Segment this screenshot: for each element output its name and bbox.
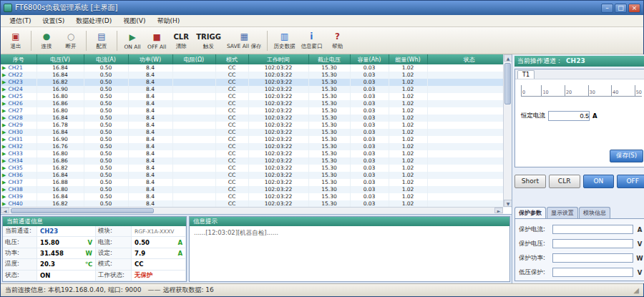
short-button[interactable]: Short bbox=[514, 175, 546, 188]
toolbar-off-all-button[interactable]: ■OFF All bbox=[145, 29, 169, 53]
clr-button[interactable]: CLR bbox=[549, 175, 580, 188]
undervoltage-protect-input[interactable] bbox=[552, 268, 633, 277]
toolbar-config-button[interactable]: ▤配置 bbox=[89, 29, 114, 53]
off-button[interactable]: OFF bbox=[617, 175, 644, 188]
column-header[interactable]: 电压(V) bbox=[36, 54, 84, 64]
column-header[interactable]: 电阻(Ω) bbox=[172, 54, 215, 64]
value-cell: 1.02 bbox=[389, 172, 427, 179]
table-row[interactable]: ▶CH2116.840.508.4CC102:03:2215.300.031.0… bbox=[1, 64, 512, 72]
toolbar-save-all-button[interactable]: ▦SAVE All 保存 bbox=[224, 29, 265, 53]
current-channel-info-panel: 当前通道信息 当前通道:CH23模块:RGF-X1A-XXXV电压:15.80V… bbox=[2, 216, 187, 282]
toolbar-clr-button[interactable]: CLR清除 bbox=[169, 29, 193, 53]
column-header[interactable]: 工作时间 bbox=[248, 54, 308, 64]
scroll-up-icon[interactable]: ▲ bbox=[504, 54, 512, 62]
menu-item-help[interactable]: 帮助(H) bbox=[151, 16, 185, 26]
resize-grip-icon[interactable]: ◢ bbox=[633, 286, 639, 294]
menu-item-view[interactable]: 视图(V) bbox=[117, 16, 151, 26]
tab-module[interactable]: 模块信息 bbox=[579, 207, 610, 218]
vertical-scrollbar[interactable]: ▲ ▼ bbox=[503, 54, 512, 207]
tab-display[interactable]: 显示设置 bbox=[547, 207, 578, 218]
on-button[interactable]: ON bbox=[583, 175, 615, 188]
table-row[interactable]: ▶CH2616.860.508.4CC102:03:2215.300.031.0… bbox=[1, 100, 512, 107]
toolbar-history-button[interactable]: ▥历史数据 bbox=[270, 29, 298, 53]
table-row[interactable]: ▶CH2416.900.508.4CC102:03:2215.300.031.0… bbox=[1, 86, 512, 93]
table-row[interactable]: ▶CH2916.780.508.4CC102:03:2215.300.031.0… bbox=[1, 122, 512, 129]
value-cell: 0.50 bbox=[84, 86, 128, 93]
mode-tab-t1[interactable]: T1 bbox=[517, 70, 535, 79]
horizontal-scrollbar[interactable]: ◄ ► bbox=[1, 207, 503, 214]
play-icon: ▶ bbox=[2, 187, 6, 193]
toolbar-connect-button[interactable]: ●连接 bbox=[34, 29, 59, 53]
table-row[interactable]: ▶CH3416.860.508.4CC102:03:2215.300.031.0… bbox=[1, 157, 512, 165]
table-row[interactable]: ▶CH2716.800.508.4CC102:03:2215.300.031.0… bbox=[1, 107, 512, 115]
value-cell: 0.50 bbox=[84, 93, 128, 100]
column-header[interactable]: 容量(Ah) bbox=[350, 54, 389, 64]
mode-save-button[interactable]: 保存(S) bbox=[610, 150, 643, 162]
table-row[interactable]: ▶CH3016.840.508.4CC102:03:2215.300.031.0… bbox=[1, 129, 512, 136]
value-cell: 16.86 bbox=[36, 157, 84, 165]
constant-current-input[interactable] bbox=[548, 111, 590, 121]
toolbar-exit-button[interactable]: ▣退出 bbox=[4, 29, 28, 53]
maximize-button[interactable]: □ bbox=[615, 4, 627, 13]
toolbar-trigg-button[interactable]: TRIGG触发 bbox=[193, 29, 224, 53]
table-row[interactable]: ▶CH2816.840.508.4CC102:03:2215.300.031.0… bbox=[1, 115, 512, 122]
value-cell: 16.82 bbox=[36, 79, 84, 86]
value-cell: 0.03 bbox=[350, 86, 389, 93]
scroll-left-icon[interactable]: ◄ bbox=[1, 208, 9, 213]
table-row[interactable]: ▶CH3316.800.508.4CC102:03:2215.300.031.0… bbox=[1, 150, 512, 157]
table-row[interactable]: ▶CH2516.800.508.4CC102:03:2215.300.031.0… bbox=[1, 93, 512, 100]
channel-id: CH31 bbox=[8, 136, 22, 142]
column-header[interactable]: 电流(A) bbox=[84, 54, 128, 64]
protect-current-input[interactable] bbox=[552, 225, 633, 234]
table-row[interactable]: ▶CH3716.880.508.4CC102:03:2215.300.031.0… bbox=[1, 179, 512, 186]
toolbar-info-window-button[interactable]: i信息窗口 bbox=[298, 29, 325, 53]
info-label: 温度: bbox=[3, 259, 37, 270]
column-header[interactable]: 功率(W) bbox=[128, 54, 172, 64]
info-label: 电流: bbox=[96, 237, 132, 248]
table-row[interactable]: ▶CH3116.900.508.4CC102:03:2215.300.031.0… bbox=[1, 136, 512, 143]
value-cell: 0.50 bbox=[84, 100, 128, 107]
value-cell bbox=[427, 64, 512, 72]
toolbar-button-label: 断开 bbox=[66, 43, 77, 50]
menu-item-settings[interactable]: 设置(S) bbox=[37, 16, 71, 26]
value-cell: CC bbox=[215, 136, 248, 143]
toolbar-disconnect-button[interactable]: ○断开 bbox=[59, 29, 83, 53]
scroll-right-icon[interactable]: ► bbox=[494, 208, 503, 213]
column-header[interactable]: 序号 bbox=[1, 54, 36, 64]
table-row[interactable]: ▶CH2216.840.508.4CC102:03:2215.300.031.0… bbox=[1, 72, 512, 79]
vertical-scroll-thumb[interactable] bbox=[504, 63, 511, 104]
close-button[interactable]: × bbox=[628, 4, 640, 13]
info-value: 15.80V bbox=[37, 237, 96, 248]
table-row[interactable]: ▶CH3816.800.508.4CC102:03:2215.300.031.0… bbox=[1, 186, 512, 193]
value-cell: 1.02 bbox=[389, 179, 427, 186]
scroll-down-icon[interactable]: ▼ bbox=[504, 200, 512, 207]
value-cell: 8.4 bbox=[128, 179, 172, 186]
table-row[interactable]: ▶CH3916.840.508.4CC102:03:2215.300.031.0… bbox=[1, 193, 512, 200]
toolbar-button-label: 触发 bbox=[203, 43, 214, 50]
info-grid: 当前通道:CH23模块:RGF-X1A-XXXV电压:15.80V电流:0.50… bbox=[3, 226, 186, 281]
protect-power-input[interactable] bbox=[552, 253, 633, 263]
value-cell: 0.03 bbox=[350, 179, 389, 186]
menu-item-comm[interactable]: 通信(T) bbox=[4, 16, 37, 26]
horizontal-scroll-thumb[interactable] bbox=[11, 208, 154, 213]
column-header[interactable]: 截止电压 bbox=[308, 54, 350, 64]
menu-item-data-process[interactable]: 数据处理(D) bbox=[70, 16, 117, 26]
toolbar-help-button[interactable]: ?帮助 bbox=[325, 29, 349, 53]
value-cell: 0.03 bbox=[350, 143, 389, 150]
minimize-button[interactable]: – bbox=[601, 4, 613, 13]
column-header[interactable]: 能量(Wh) bbox=[389, 54, 427, 64]
table-row[interactable]: ▶CH3216.760.508.4CC102:03:2215.300.031.0… bbox=[1, 143, 512, 150]
value-cell: 0.50 bbox=[84, 136, 128, 143]
toolbar-on-all-button[interactable]: ▶ON All bbox=[120, 29, 145, 53]
table-row[interactable]: ▶CH3616.840.508.4CC102:03:2215.300.031.0… bbox=[1, 172, 512, 179]
value-cell: 15.30 bbox=[308, 72, 350, 79]
value-cell: 1.02 bbox=[389, 122, 427, 129]
column-header[interactable]: 状态 bbox=[427, 54, 512, 64]
value-cell bbox=[427, 172, 512, 179]
tab-protection[interactable]: 保护参数 bbox=[514, 207, 546, 218]
column-header[interactable]: 模式 bbox=[215, 54, 248, 64]
protect-voltage-input[interactable] bbox=[552, 239, 633, 248]
table-row[interactable]: ▶CH3516.820.508.4CC102:03:2215.300.031.0… bbox=[1, 165, 512, 172]
value-cell bbox=[427, 129, 512, 136]
table-row[interactable]: ▶CH2316.820.508.4CC102:03:2215.300.031.0… bbox=[1, 79, 512, 86]
